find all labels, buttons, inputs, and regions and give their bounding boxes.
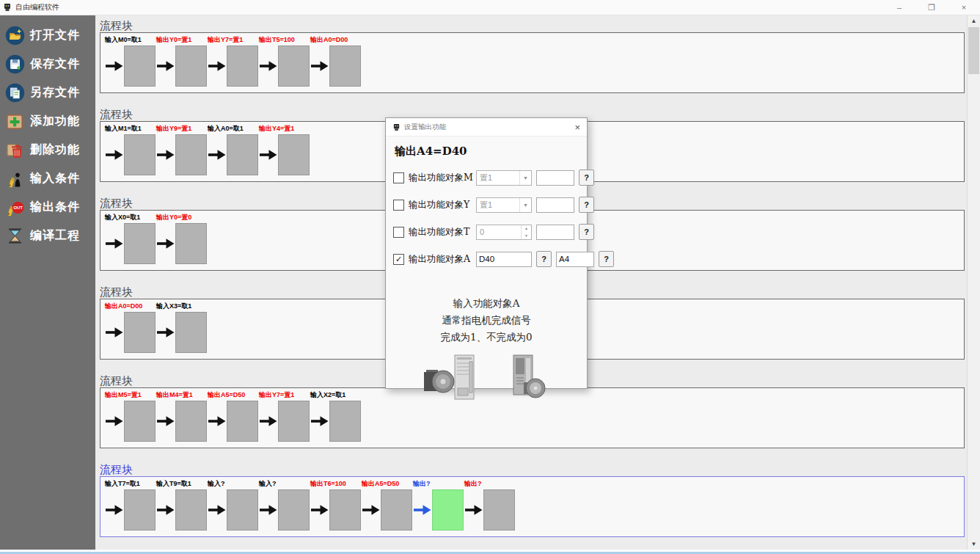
flow-step: 输入X3=取1 [156, 302, 208, 354]
step-label: 输出Y0=置1 [156, 35, 208, 44]
chevron-down-icon[interactable]: ▼ [519, 171, 531, 185]
help-button[interactable]: ? [579, 197, 594, 213]
checkbox[interactable] [393, 227, 404, 238]
flow-block[interactable] [329, 401, 361, 442]
flow-block[interactable] [329, 489, 361, 531]
flow-step: 输出Y7=置1 [259, 390, 310, 443]
flow-block[interactable] [175, 312, 207, 353]
flow-block[interactable] [227, 489, 258, 531]
scroll-up-icon[interactable]: ▲ [968, 15, 980, 26]
dialog-images [386, 354, 587, 401]
minimize-button[interactable]: – [883, 0, 915, 15]
flow-arrow-icon [105, 400, 124, 442]
chevron-down-icon[interactable]: ▼ [519, 198, 531, 212]
flow-step: 输入X2=取1 [310, 390, 362, 443]
flow-block[interactable] [227, 45, 258, 87]
extra-value-input[interactable] [536, 170, 574, 186]
flow-section-box[interactable]: 输入M0=取1输出Y0=置1输出Y7=置1输出T5=100输出A0=D00 [100, 32, 965, 93]
sidebar-item-add-function[interactable]: 添加功能 [0, 108, 95, 135]
sidebar-item-compile-project[interactable]: 编译工程 [0, 222, 95, 249]
sidebar-item-input-condition[interactable]: 输入条件 [0, 165, 95, 192]
flow-block[interactable] [124, 401, 156, 442]
vertical-scrollbar[interactable]: ▲ ▼ [967, 15, 980, 550]
flow-block[interactable] [124, 134, 156, 175]
axis-input[interactable] [556, 252, 594, 267]
flow-block[interactable] [175, 223, 207, 264]
step-shapes [156, 44, 208, 88]
value-spinner[interactable]: 0▲▼ [476, 225, 532, 240]
flow-block[interactable] [124, 312, 156, 353]
sidebar-item-save-file[interactable]: 保存文件 [0, 51, 95, 78]
checkbox[interactable] [393, 172, 404, 183]
close-button[interactable]: × [948, 0, 980, 15]
mode-dropdown[interactable]: 置1▼ [476, 170, 532, 186]
step-label: 输入M1=取1 [105, 124, 156, 133]
flow-section: 流程块输入T7=取1输入T9=取1输入?输入?输出T6=100输出A5=D50输… [100, 463, 965, 537]
flow-block[interactable] [124, 45, 156, 87]
flow-block[interactable] [124, 489, 156, 531]
scrollbar-thumb[interactable] [968, 27, 979, 74]
flow-arrow-icon [156, 222, 175, 265]
flow-arrow-icon [156, 45, 175, 87]
sidebar-item-output-condition[interactable]: OUT输出条件 [0, 194, 95, 221]
maximize-button[interactable]: ❐ [915, 0, 948, 15]
flow-block[interactable] [381, 489, 412, 531]
dialog-row: 输出功能对象M置1▼? [393, 170, 579, 186]
step-label: 输入? [259, 479, 310, 488]
flow-block[interactable] [278, 45, 310, 87]
sidebar-item-save-as-file[interactable]: 另存文件 [0, 79, 95, 106]
data-register-input[interactable] [476, 252, 532, 267]
input-condition-icon [5, 169, 25, 189]
step-label: 输出M5=置1 [105, 390, 156, 399]
extra-value-input[interactable] [536, 197, 574, 213]
flow-block[interactable] [124, 223, 156, 264]
flow-block[interactable] [175, 401, 207, 442]
extra-value-input[interactable] [536, 225, 574, 240]
flow-block[interactable] [227, 401, 258, 442]
help-button[interactable]: ? [579, 170, 594, 186]
sidebar-item-open-file[interactable]: 打开文件 [0, 22, 95, 49]
flow-step: 输入? [208, 479, 259, 532]
flow-block[interactable] [175, 134, 207, 175]
help-button[interactable]: ? [579, 224, 594, 240]
help-button[interactable]: ? [536, 251, 552, 267]
step-shapes [156, 133, 208, 177]
flow-step: 输出Y4=置1 [259, 124, 310, 177]
step-shapes [259, 44, 310, 88]
flow-block[interactable] [175, 45, 207, 87]
spinner-down-icon[interactable]: ▼ [522, 232, 531, 239]
flow-section-box[interactable]: 输入T7=取1输入T9=取1输入?输入?输出T6=100输出A5=D50输出?输… [100, 476, 965, 537]
output-object-label: 输出功能对象A [409, 253, 472, 266]
scroll-down-icon[interactable]: ▼ [968, 538, 980, 550]
checkbox[interactable]: ✓ [393, 254, 404, 265]
open-file-icon [5, 26, 25, 45]
flow-block[interactable] [175, 489, 207, 531]
sidebar-item-delete-function[interactable]: 删除功能 [0, 136, 95, 164]
flow-block[interactable] [278, 401, 310, 442]
servo-motor-with-driver-photo [423, 354, 484, 401]
flow-block[interactable] [329, 45, 361, 87]
sidebar-item-label: 输入条件 [30, 171, 80, 186]
svg-text:OUT: OUT [13, 205, 23, 210]
dialog-row: 输出功能对象Y置1▼? [393, 197, 579, 213]
dialog-titlebar[interactable]: 设置输出功能 × [386, 118, 587, 136]
dialog-close-icon[interactable]: × [574, 123, 580, 132]
flow-block[interactable] [278, 489, 310, 531]
output-object-label: 输出功能对象T [409, 226, 472, 238]
step-label: 输出M4=置1 [156, 390, 208, 399]
checkbox[interactable] [393, 200, 404, 211]
flow-step: 输入T7=取1 [105, 479, 156, 532]
flow-arrow-icon [208, 400, 227, 442]
flow-block[interactable] [278, 134, 310, 175]
flow-step: 输入M1=取1 [105, 124, 156, 177]
spinner-up-icon[interactable]: ▲ [522, 225, 531, 233]
mode-dropdown[interactable]: 置1▼ [476, 197, 532, 213]
flow-block[interactable] [483, 489, 515, 531]
step-label: 输出A0=D00 [310, 35, 362, 44]
flow-block[interactable] [227, 134, 258, 175]
flow-block[interactable] [432, 489, 464, 531]
flow-arrow-icon [259, 400, 278, 442]
help-button[interactable]: ? [599, 251, 614, 267]
dialog-title: 设置输出功能 [404, 123, 446, 132]
window-titlebar: 自由编程软件 – ❐ × [0, 0, 980, 15]
